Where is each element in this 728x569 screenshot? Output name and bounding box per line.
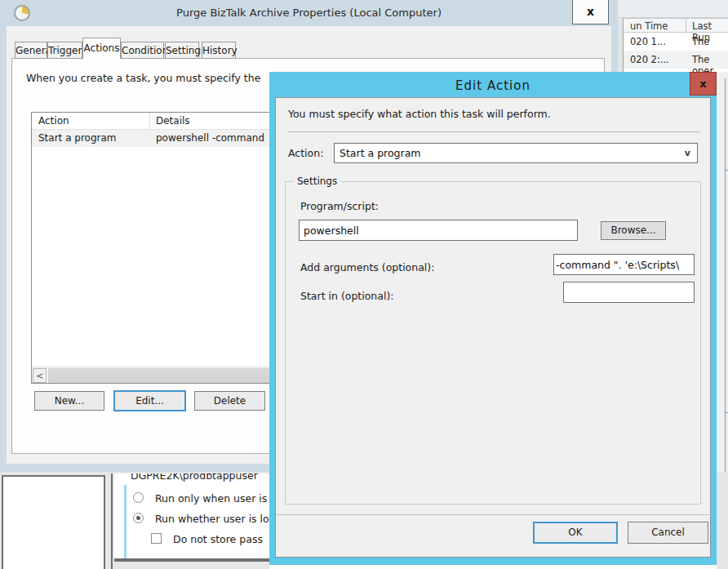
- pane-bottom-border: [114, 558, 294, 562]
- column-divider: [686, 19, 686, 33]
- tab-history[interactable]: History: [202, 42, 236, 59]
- cancel-button[interactable]: Cancel: [628, 522, 708, 544]
- edit-button[interactable]: Edit...: [113, 390, 186, 411]
- background-task-list: un Time Last Run 020 1... The oper 020 2…: [618, 0, 728, 72]
- window-close-button[interactable]: x: [572, 0, 609, 24]
- radio-run-only-when-logged-on[interactable]: [133, 492, 144, 503]
- background-below-dialog: [269, 565, 717, 569]
- tab-actions[interactable]: Actions: [82, 38, 121, 59]
- checkbox-store-password-label: Do not store pass: [173, 533, 263, 545]
- screen: un Time Last Run 020 1... The oper 020 2…: [0, 0, 728, 569]
- pane-tick: [725, 412, 728, 413]
- dialog-title: Edit Action: [269, 78, 717, 93]
- program-script-input[interactable]: [299, 220, 578, 241]
- settings-groupbox: Settings Program/script: Browse... Add a…: [285, 181, 701, 505]
- pane-edge-line: [124, 485, 127, 558]
- scrollbar-thumb[interactable]: [48, 368, 285, 383]
- tab-conditions[interactable]: Conditions: [121, 42, 164, 59]
- window-title: Purge BizTalk Archive Properties (Local …: [0, 7, 618, 19]
- console-tree-pane[interactable]: [2, 475, 105, 569]
- actions-instruction-text: When you create a task, you must specify…: [26, 72, 260, 84]
- tab-triggers[interactable]: Triggers: [47, 42, 82, 59]
- checkbox-do-not-store-password[interactable]: [151, 533, 162, 544]
- task-list-pane: un Time Last Run 020 1... The oper 020 2…: [623, 18, 728, 72]
- action-dropdown[interactable]: Start a program v: [334, 143, 698, 163]
- button-row-separator: [277, 514, 711, 515]
- pane-tick: [725, 170, 728, 171]
- task-row[interactable]: 020 1... The oper: [624, 33, 728, 51]
- background-toolbar-strip: [618, 0, 728, 18]
- task-list-header[interactable]: un Time Last Run: [624, 18, 728, 33]
- action-label: Action:: [288, 147, 323, 159]
- delete-button[interactable]: Delete: [194, 391, 265, 411]
- settings-group-title: Settings: [294, 176, 340, 187]
- action-dropdown-value: Start a program: [340, 147, 421, 159]
- separator: [288, 131, 699, 132]
- add-arguments-label: Add arguments (optional):: [300, 261, 434, 273]
- program-script-label: Program/script:: [300, 200, 379, 212]
- column-action[interactable]: Action: [38, 115, 69, 127]
- new-button[interactable]: New...: [34, 391, 104, 411]
- column-details[interactable]: Details: [156, 115, 190, 127]
- tab-settings[interactable]: Settings: [165, 42, 199, 59]
- pane-divider: [111, 473, 113, 569]
- start-in-input[interactable]: [563, 282, 695, 303]
- column-divider[interactable]: [149, 113, 150, 130]
- edit-action-dialog: Edit Action x You must specify what acti…: [269, 72, 717, 565]
- tab-general[interactable]: General: [15, 42, 47, 59]
- radio-run-whether-logged-on[interactable]: [133, 513, 144, 523]
- chevron-down-icon[interactable]: v: [685, 144, 690, 162]
- security-options-pane: DGPRE2K\prodbtappuser Run only when user…: [114, 473, 294, 558]
- dialog-instruction: You must specify what action this task w…: [288, 108, 551, 120]
- start-in-label: Start in (optional):: [300, 290, 394, 302]
- task-row-time: 020 2:...: [630, 54, 669, 65]
- account-text-clip: DGPRE2K\prodbtappuser: [131, 473, 273, 485]
- dialog-body: You must specify what action this task w…: [275, 97, 711, 558]
- radio-run-whether-label: Run whether user is lo: [155, 513, 269, 525]
- browse-button[interactable]: Browse...: [601, 221, 666, 240]
- ok-button[interactable]: OK: [533, 522, 618, 544]
- scroll-left-arrow-icon[interactable]: <: [33, 368, 47, 383]
- dialog-close-button[interactable]: x: [690, 72, 717, 96]
- task-row[interactable]: 020 2:... The oper: [624, 51, 728, 69]
- account-text: DGPRE2K\prodbtappuser: [131, 473, 273, 482]
- details-cell: powershell -command: [156, 132, 264, 144]
- column-run-time[interactable]: un Time: [630, 20, 668, 32]
- radio-run-only-label: Run only when user is: [155, 492, 267, 505]
- action-cell: Start a program: [38, 132, 117, 144]
- task-row-time: 020 1...: [630, 36, 666, 47]
- add-arguments-input[interactable]: [553, 254, 695, 275]
